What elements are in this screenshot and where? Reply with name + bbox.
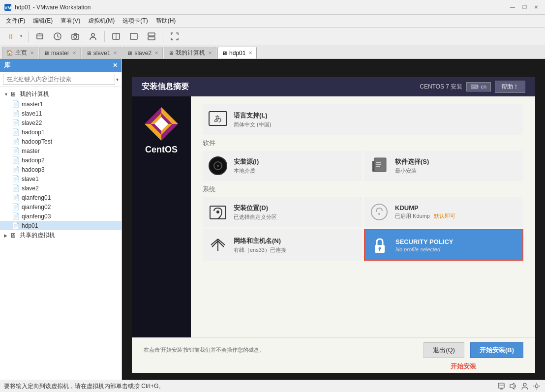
tab-slave2-label: slave2 bbox=[134, 50, 151, 57]
svg-point-10 bbox=[91, 33, 94, 36]
sidebar-item-slave1[interactable]: 📄 slave1 bbox=[0, 174, 121, 183]
install-item-security[interactable]: SECURITY POLICY No profile selected bbox=[364, 229, 523, 261]
exit-button[interactable]: 退出(Q) bbox=[424, 342, 464, 358]
snapshot-button[interactable] bbox=[67, 30, 83, 43]
pause-button[interactable]: ⏸ bbox=[4, 30, 18, 43]
install-item-softsel[interactable]: 软件选择(S) 最小安装 bbox=[364, 151, 523, 181]
computer-icon: 🖥 bbox=[10, 90, 18, 98]
install-item-source[interactable]: 安装源(I) 本地介质 bbox=[203, 151, 362, 181]
sidebar-item-shared[interactable]: ▶ 🖥 共享的虚拟机 bbox=[0, 230, 121, 241]
sidebar-item-hadoop2[interactable]: 📄 hadoop2 bbox=[0, 155, 121, 165]
clock-button[interactable] bbox=[50, 30, 65, 43]
expand-shared-icon[interactable]: ▶ bbox=[4, 233, 10, 238]
installer-top-bar: 安装信息摘要 CENTOS 7 安装 ⌨ cn 帮助！ bbox=[132, 77, 535, 96]
svg-point-9 bbox=[74, 35, 77, 38]
sidebar-item-qianfeng01[interactable]: 📄 qianfeng01 bbox=[0, 193, 121, 202]
install-item-network[interactable]: 网络和主机名(N) 有线（ens33）已连接 bbox=[203, 229, 362, 261]
installer-footer: 在点击'开始安装'按钮前我们并不会操作您的磁盘。 退出(Q) 开始安装(B) bbox=[132, 337, 535, 362]
sidebar-item-hadoop3[interactable]: 📄 hadoop3 bbox=[0, 165, 121, 174]
install-item-location[interactable]: 安装位置(D) 已选择自定义分区 bbox=[203, 197, 362, 227]
red-note: 开始安装 bbox=[451, 362, 476, 370]
screen-split-button[interactable] bbox=[108, 30, 124, 43]
keyboard-icon: ⌨ bbox=[471, 84, 479, 90]
tab-mypc[interactable]: 🖥 我的计算机 ✕ bbox=[164, 47, 216, 59]
usb-button[interactable] bbox=[32, 30, 48, 43]
lang-sub: 简体中文 (中国) bbox=[234, 121, 519, 128]
sidebar-item-hadooptest[interactable]: 📄 hadoopTest bbox=[0, 137, 121, 146]
kdump-note: 默认即可 bbox=[434, 212, 455, 220]
menu-edit[interactable]: 编辑(E) bbox=[29, 16, 57, 26]
network-status-icon bbox=[497, 382, 506, 391]
source-item-text: 安装源(I) 本地介质 bbox=[234, 157, 358, 175]
close-button[interactable]: ✕ bbox=[531, 2, 541, 12]
tab-home[interactable]: 🏠 主页 ✕ bbox=[2, 47, 38, 59]
person-button[interactable] bbox=[85, 30, 101, 43]
title-bar: VM hdp01 - VMware Workstation — ❐ ✕ bbox=[0, 0, 545, 15]
sidebar-item-qianfeng03[interactable]: 📄 qianfeng03 bbox=[0, 211, 121, 221]
system-section-title: 系统 bbox=[203, 185, 523, 194]
menu-file[interactable]: 文件(F) bbox=[2, 16, 29, 26]
sidebar-item-hadoop1[interactable]: 📄 hadoop1 bbox=[0, 127, 121, 137]
svg-rect-32 bbox=[376, 162, 381, 163]
status-bar: 要将输入定向到该虚拟机，请在虚拟机内部单击或按 Ctrl+G。 bbox=[0, 380, 545, 392]
sidebar-item-slave22[interactable]: 📄 slave22 bbox=[0, 118, 121, 127]
search-dropdown-icon[interactable]: ▾ bbox=[116, 77, 119, 82]
settings-status-icon bbox=[532, 382, 541, 391]
speaker-status-icon bbox=[509, 382, 517, 391]
tab-hdp01-close[interactable]: ✕ bbox=[248, 50, 252, 56]
screen-single-button[interactable] bbox=[126, 30, 142, 43]
sidebar-search-container: ▾ bbox=[0, 72, 121, 87]
status-bar-right bbox=[497, 382, 541, 391]
lang-title: 语言支持(L) bbox=[234, 111, 519, 120]
location-title: 安装位置(D) bbox=[234, 204, 358, 212]
menu-tab[interactable]: 选项卡(T) bbox=[119, 16, 151, 26]
sidebar-tree: ▼ 🖥 我的计算机 📄 master1 📄 slave11 📄 slave22 bbox=[0, 87, 121, 380]
sidebar-item-master[interactable]: 📄 master bbox=[0, 146, 121, 155]
minimize-button[interactable]: — bbox=[508, 2, 517, 12]
tab-slave1-close[interactable]: ✕ bbox=[113, 50, 117, 56]
pause-dropdown[interactable]: ▾ bbox=[18, 30, 25, 43]
vm-screen[interactable]: 安装信息摘要 CENTOS 7 安装 ⌨ cn 帮助！ bbox=[122, 59, 545, 380]
sidebar-item-master1[interactable]: 📄 master1 bbox=[0, 99, 121, 109]
tab-mypc-close[interactable]: ✕ bbox=[208, 50, 212, 56]
sidebar-item-slave2[interactable]: 📄 slave2 bbox=[0, 183, 121, 193]
install-item-kdump[interactable]: KDUMP 已启用 Kdump 默认即可 bbox=[364, 197, 523, 227]
sidebar-close-button[interactable]: ✕ bbox=[113, 62, 118, 69]
vm-slave11-icon: 📄 bbox=[12, 110, 20, 117]
tab-hdp01[interactable]: 🖥 hdp01 ✕ bbox=[217, 47, 257, 59]
fullscreen-button[interactable] bbox=[167, 30, 182, 43]
tab-master[interactable]: 🖥 master ✕ bbox=[39, 47, 81, 59]
svg-rect-13 bbox=[130, 33, 137, 39]
sidebar-search-input[interactable] bbox=[3, 74, 115, 85]
tab-slave2-close[interactable]: ✕ bbox=[154, 50, 158, 56]
vm-hdp01-icon: 📄 bbox=[12, 222, 20, 229]
sidebar-item-mypc[interactable]: ▼ 🖥 我的计算机 bbox=[0, 89, 121, 99]
install-item-lang[interactable]: あ 语言支持(L) 简体中文 (中国) bbox=[203, 104, 523, 135]
screen-stack-button[interactable] bbox=[144, 30, 159, 43]
sidebar-item-slave11[interactable]: 📄 slave11 bbox=[0, 109, 121, 118]
sidebar-item-hdp01[interactable]: 📄 hdp01 bbox=[0, 221, 121, 230]
menu-vm[interactable]: 虚拟机(M) bbox=[84, 16, 119, 26]
softsel-title: 软件选择(S) bbox=[395, 157, 519, 166]
tree-hadooptest-label: hadoopTest bbox=[22, 138, 52, 145]
menu-help[interactable]: 帮助(H) bbox=[152, 16, 180, 26]
menu-bar: 文件(F) 编辑(E) 查看(V) 虚拟机(M) 选项卡(T) 帮助(H) bbox=[0, 15, 545, 28]
sidebar-item-qianfeng02[interactable]: 📄 qianfeng02 bbox=[0, 202, 121, 211]
svg-rect-33 bbox=[376, 164, 381, 165]
toolbar-separator-2 bbox=[104, 31, 105, 42]
network-item-text: 网络和主机名(N) 有线（ens33）已连接 bbox=[234, 237, 358, 254]
tab-slave1[interactable]: 🖥 slave1 ✕ bbox=[82, 47, 122, 59]
tab-master-close[interactable]: ✕ bbox=[72, 50, 76, 56]
tab-home-close[interactable]: ✕ bbox=[30, 50, 34, 56]
restore-button[interactable]: ❐ bbox=[519, 2, 529, 12]
tab-slave2[interactable]: 🖥 slave2 ✕ bbox=[122, 47, 163, 59]
vm-display-area[interactable]: 安装信息摘要 CENTOS 7 安装 ⌨ cn 帮助！ bbox=[122, 59, 545, 380]
expand-mypc-icon[interactable]: ▼ bbox=[4, 92, 10, 97]
help-button[interactable]: 帮助！ bbox=[495, 81, 525, 93]
menu-view[interactable]: 查看(V) bbox=[57, 16, 84, 26]
tab-home-icon: 🏠 bbox=[6, 50, 13, 56]
pause-button-group[interactable]: ⏸ ▾ bbox=[4, 30, 25, 43]
source-sub: 本地介质 bbox=[234, 167, 358, 175]
start-install-button[interactable]: 开始安装(B) bbox=[470, 342, 523, 358]
security-item-text: SECURITY POLICY No profile selected bbox=[395, 238, 518, 252]
